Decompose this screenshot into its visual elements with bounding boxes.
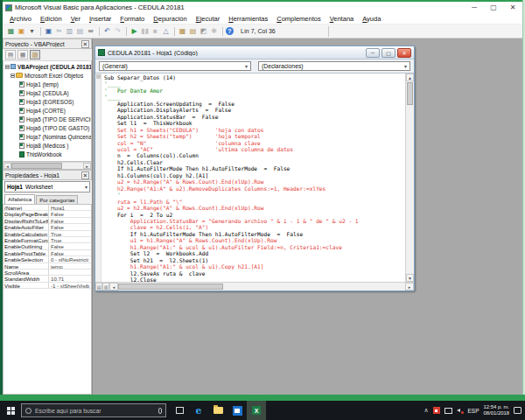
tab-alfabetica[interactable]: Alfabética: [4, 194, 35, 204]
scroll-right-icon[interactable]: ▸: [405, 283, 414, 290]
properties-object-selector[interactable]: Hoja1 Worksheet ▾: [4, 181, 90, 192]
properties-panel-close-icon[interactable]: ✕: [81, 172, 89, 179]
property-row[interactable]: EnableFormatConditTrue: [4, 237, 91, 243]
property-row[interactable]: DisplayRightToLeftFalse: [4, 218, 91, 224]
minimize-button[interactable]: ─: [465, 2, 484, 13]
notification-app-icon[interactable]: [433, 407, 440, 414]
display-icon[interactable]: [444, 408, 452, 414]
view-object-icon[interactable]: ▦: [18, 50, 28, 60]
show-hidden-icons-chevron[interactable]: ∧: [424, 407, 428, 414]
procedure-dropdown[interactable]: (Declaraciones) ▾: [258, 61, 410, 71]
procedure-view-icon[interactable]: ▤: [95, 283, 102, 290]
menu-item-formato[interactable]: Formato: [116, 15, 149, 23]
project-explorer-icon[interactable]: ▦: [178, 26, 187, 37]
view-code-icon[interactable]: ▤: [5, 50, 16, 60]
taskbar-search-input[interactable]: Escribe aquí para buscar: [21, 403, 166, 417]
scroll-thumb[interactable]: [118, 284, 223, 290]
property-row[interactable]: Nametemp: [4, 263, 91, 270]
menu-item-insertar[interactable]: Insertar: [85, 15, 116, 23]
full-module-view-icon[interactable]: ▥: [102, 283, 109, 290]
properties-window-icon[interactable]: ▤: [188, 26, 198, 37]
microphone-icon[interactable]: [158, 408, 162, 414]
copy-icon[interactable]: ▥: [65, 26, 74, 37]
tree-item-hoja7[interactable]: Hoja7 (Nominas Quincenales): [4, 132, 91, 141]
code-close-button[interactable]: ✕: [397, 48, 411, 58]
maximize-button[interactable]: ▢: [484, 2, 503, 13]
photos-button[interactable]: [228, 401, 247, 420]
tree-item-hoja1[interactable]: Hoja1 (temp): [4, 80, 91, 88]
find-icon[interactable]: ∞: [86, 26, 95, 37]
scroll-down-icon[interactable]: ▼: [406, 274, 414, 282]
tree-item-hoja2[interactable]: Hoja2 (CEDULA): [4, 88, 91, 97]
taskbar-clock[interactable]: 12:54 p. m. 08/01/2018: [484, 404, 509, 416]
object-dropdown[interactable]: (General) ▾: [99, 61, 251, 71]
save-icon[interactable]: ▣: [44, 26, 53, 37]
tree-item-hoja8[interactable]: Hoja8 (Medicos ): [4, 141, 91, 150]
action-center-icon[interactable]: [514, 407, 522, 414]
project-horizontal-scrollbar[interactable]: ◂ ▸: [3, 162, 92, 170]
scroll-left-icon[interactable]: ◂: [4, 163, 11, 169]
menu-item-ver[interactable]: Ver: [66, 15, 85, 23]
scroll-left-icon[interactable]: ◂: [109, 283, 118, 290]
close-button[interactable]: ✕: [503, 2, 522, 13]
menu-item-ventana[interactable]: Ventana: [326, 15, 359, 23]
object-browser-icon[interactable]: ◩: [199, 26, 208, 37]
property-row[interactable]: DisplayPageBreaksFalse: [4, 211, 91, 217]
project-panel-close-icon[interactable]: ✕: [81, 40, 89, 48]
file-explorer-button[interactable]: [208, 401, 228, 420]
edge-button[interactable]: e: [189, 401, 208, 420]
property-row[interactable]: Visible-1 - xlSheetVisib: [4, 283, 91, 289]
code-margin[interactable]: [95, 74, 102, 282]
property-row[interactable]: EnableCalculationTrue: [4, 231, 91, 237]
tree-item-hoja5[interactable]: Hoja5 (TIPO DE SERVICIO): [4, 115, 91, 123]
menu-item-ejecutar[interactable]: Ejecutar: [192, 15, 225, 23]
code-window-titlebar[interactable]: CEDULA 20181 - Hoja1 (Código) ─ ▢ ✕: [95, 46, 414, 60]
insert-userform-icon[interactable]: ▣: [17, 26, 26, 37]
code-restore-button[interactable]: ▢: [382, 48, 396, 58]
excel-button[interactable]: X: [247, 401, 266, 420]
tree-item-thisworkbook[interactable]: ThisWorkbook: [4, 150, 91, 158]
scroll-thumb[interactable]: [11, 163, 62, 169]
tree-item-hoja6[interactable]: Hoja6 (TIPO DE GASTO): [4, 123, 91, 132]
property-row[interactable]: (Name)Hoja1: [4, 205, 91, 211]
property-row[interactable]: ScrollArea: [4, 270, 91, 276]
property-row[interactable]: EnablePivotTableFalse: [4, 250, 91, 256]
start-button[interactable]: [0, 401, 21, 420]
code-text-area[interactable]: Sub Separar_Datos (14)'____' Por Dante A…: [102, 74, 405, 282]
cut-icon[interactable]: ✂: [54, 26, 64, 37]
scroll-right-icon[interactable]: ▸: [83, 163, 91, 169]
break-icon[interactable]: ▮▮: [140, 26, 150, 37]
reset-icon[interactable]: ■: [150, 26, 160, 37]
paste-icon[interactable]: ▤: [75, 26, 85, 37]
collapse-expander-icon[interactable]: [5, 65, 10, 69]
collapse-expander-icon[interactable]: [10, 74, 15, 78]
language-indicator[interactable]: ESP: [468, 408, 480, 414]
tab-por-categorias[interactable]: Por categorías: [36, 195, 78, 204]
menu-item-ayuda[interactable]: Ayuda: [358, 15, 385, 23]
tree-item-hoja4[interactable]: Hoja4 (CORTE): [4, 106, 91, 115]
menu-item-edición[interactable]: Edición: [36, 15, 66, 23]
speaker-muted-icon[interactable]: [457, 407, 464, 414]
view-excel-icon[interactable]: ▦: [6, 26, 16, 37]
design-mode-icon[interactable]: △: [161, 26, 171, 37]
menu-item-herramientas[interactable]: Herramientas: [224, 15, 272, 23]
toggle-folders-icon[interactable]: ▨: [30, 50, 40, 60]
tree-root-vbaproject[interactable]: VBAProject (CEDULA 20181): [4, 62, 91, 71]
project-panel-header[interactable]: Proyecto - VBAProject ✕: [3, 38, 92, 49]
tree-folder-excel-objects[interactable]: Microsoft Excel Objetos: [4, 71, 91, 80]
task-view-button[interactable]: [170, 401, 189, 420]
menu-item-archivo[interactable]: Archivo: [5, 15, 36, 23]
property-row[interactable]: StandardWidth10.71: [4, 276, 91, 282]
run-icon[interactable]: ▶: [130, 26, 139, 37]
property-row[interactable]: EnableAutoFilterFalse: [4, 224, 91, 230]
scroll-thumb[interactable]: [407, 82, 413, 105]
code-vertical-scrollbar[interactable]: ▲ ▼: [405, 74, 414, 282]
toolbox-icon[interactable]: ✱: [209, 26, 219, 37]
redo-icon[interactable]: ↷: [113, 26, 122, 37]
dropdown-caret-icon[interactable]: ▾: [27, 26, 37, 37]
code-horizontal-scrollbar[interactable]: ▤ ▥ ◂ ▸: [95, 282, 414, 290]
help-icon[interactable]: ?: [226, 27, 234, 35]
code-minimize-button[interactable]: ─: [366, 48, 380, 58]
property-row[interactable]: EnableOutliningFalse: [4, 243, 91, 249]
menu-item-depuración[interactable]: Depuración: [149, 15, 191, 23]
